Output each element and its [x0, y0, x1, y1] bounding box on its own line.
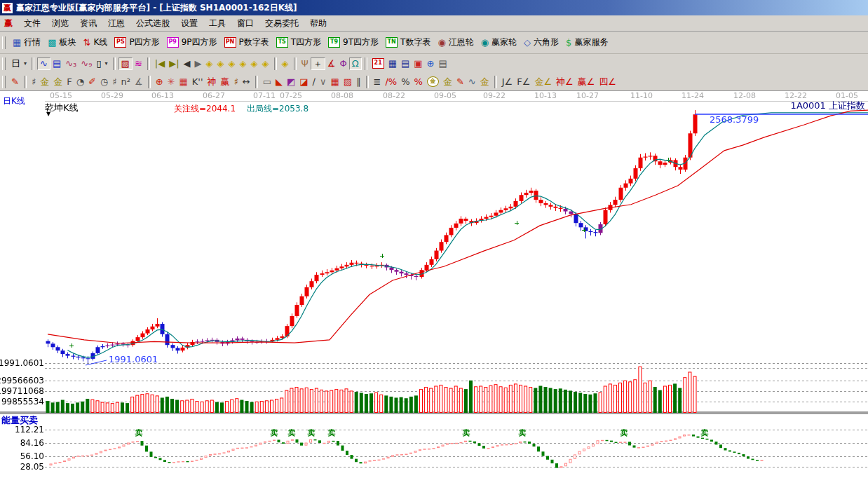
toolbar-grip[interactable] [2, 57, 6, 70]
gann-square-icon-5[interactable]: ◈ [249, 58, 260, 69]
t-square-button[interactable]: TST四方形 [273, 36, 325, 49]
menu-item-文件[interactable]: 文件 [18, 17, 46, 29]
menu-item-浏览[interactable]: 浏览 [46, 17, 74, 29]
toolbar-grip[interactable] [2, 76, 6, 88]
brain-tool-icon[interactable]: Ω [349, 57, 362, 70]
wave3-icon[interactable]: ∿₃ [63, 58, 79, 69]
menu-item-资讯[interactable]: 资讯 [74, 17, 102, 29]
toolbar-grip[interactable] [2, 36, 6, 49]
gold-line-icon[interactable]: 金 [441, 76, 454, 88]
profile-chart-icon[interactable]: ≋ [133, 58, 144, 69]
grid-red-icon[interactable]: ▦ [328, 76, 341, 88]
trend-line-icon[interactable]: ∕ [311, 76, 318, 88]
menu-item-交易委托[interactable]: 交易委托 [259, 17, 304, 29]
grid-tool-icon[interactable]: ♯ [29, 76, 38, 88]
gann-wheel-button[interactable]: ◉江恩轮 [434, 36, 477, 49]
period-day-selector-dropdown-icon[interactable]: ▾ [24, 60, 27, 67]
k-notation-icon[interactable]: K'' [190, 76, 205, 88]
marker-pen-icon[interactable]: ✐ [86, 76, 98, 88]
angle-tool-icon[interactable]: ∡ [325, 58, 338, 69]
notepad-icon[interactable]: ▤ [399, 58, 412, 69]
chevron-down-icon[interactable]: ▼ [46, 111, 50, 117]
gann-map-icon[interactable]: ▨ [118, 57, 133, 70]
percent-slash-icon[interactable]: ∕% [383, 76, 399, 88]
angle-ruler-icon[interactable]: ∡ [133, 76, 145, 88]
box-tool-icon[interactable]: ▭ [261, 76, 273, 88]
kline-button[interactable]: ⇅K线 [80, 36, 111, 49]
save-icon[interactable]: ▣ [412, 58, 424, 69]
gold-angle-icon[interactable]: 金∠ [532, 76, 554, 88]
candle-style-selector[interactable]: ▯▾ [94, 58, 109, 69]
menu-item-窗口[interactable]: 窗口 [231, 17, 259, 29]
hexagon-button[interactable]: ◇六角形 [520, 36, 562, 49]
t-number-button[interactable]: TNT数字表 [382, 36, 434, 49]
last-bar-icon[interactable]: ▶| [167, 58, 181, 69]
h-range-icon[interactable]: ↔ [240, 76, 252, 88]
j-angle-icon[interactable]: J∠ [500, 76, 515, 88]
gold-angle-icon-0[interactable]: 金 [478, 76, 491, 88]
target-tool-icon[interactable]: ⊕ [154, 76, 165, 88]
wave9-icon[interactable]: ∿₉ [79, 58, 94, 69]
scale-tool-icon[interactable]: ≣ [372, 76, 384, 88]
gann-square-icon-4[interactable]: ◈ [238, 58, 249, 69]
crosshair-tool-icon[interactable]: ＋ [311, 57, 325, 70]
f-grid-icon[interactable]: F [65, 76, 74, 88]
menu-item-帮助[interactable]: 帮助 [304, 17, 332, 29]
parallel-lines-icon[interactable]: ∥ [354, 76, 363, 88]
chart-canvas[interactable] [0, 91, 868, 478]
ying-tool-icon[interactable]: 赢 [218, 76, 231, 88]
sectors-button[interactable]: ▩板块 [44, 36, 79, 49]
print-icon[interactable]: ▤ [436, 58, 449, 69]
menu-item-设置[interactable]: 设置 [175, 17, 203, 29]
grid-arrow-icon[interactable]: ▨ [341, 76, 354, 88]
menu-item-工具[interactable]: 工具 [203, 17, 231, 29]
gann-square-icon-7[interactable]: ◈ [280, 58, 291, 69]
first-bar-icon[interactable]: |◀ [153, 58, 167, 69]
t9-square-button[interactable]: T99T四方形 [325, 36, 382, 49]
fan-box-icon[interactable]: ◩ [285, 76, 297, 88]
ruler-123-icon[interactable]: ♯ [231, 76, 240, 88]
gann-square-icon-3[interactable]: ◈ [226, 58, 238, 69]
n-square-icon[interactable]: n² [119, 76, 133, 88]
candle-style-selector-dropdown-icon[interactable]: ▾ [105, 60, 108, 67]
fan-square-icon[interactable]: ◪ [297, 76, 310, 88]
percent-line-icon[interactable]: % [412, 76, 425, 88]
calculator-icon[interactable]: ▦ [386, 58, 399, 69]
quotes-button[interactable]: ▦行情 [9, 36, 44, 49]
shen-tool-icon[interactable]: 神 [205, 76, 218, 88]
brush-tool-icon[interactable]: ✎ [9, 76, 21, 88]
menu-item-公式选股[interactable]: 公式选股 [130, 17, 175, 29]
v-line-icon[interactable]: ∨ [318, 76, 329, 88]
ying-angle-icon[interactable]: 赢∠ [576, 76, 597, 88]
title-bar[interactable]: 赢 赢家江恩专业版[赢家内部服务平台] - [上证指数 SH1A0001-162… [0, 0, 868, 15]
gann-flower-icon[interactable]: Φ [337, 58, 348, 69]
wave-lines-icon[interactable]: ∿ [466, 76, 478, 88]
gann-square-icon-6[interactable]: ◈ [260, 58, 271, 69]
time-cycle-icon[interactable]: ◷ [98, 76, 110, 88]
percent-tool-icon[interactable]: % [399, 76, 412, 88]
gold-grid-icon-1[interactable]: 金 [38, 76, 51, 88]
next-bar-icon[interactable]: ▶ [193, 58, 204, 69]
p-square-button[interactable]: PSP四方形 [111, 36, 163, 49]
notes-panel-icon[interactable]: ▤ [50, 58, 63, 69]
period-day-selector[interactable]: 日▾ [9, 58, 29, 69]
winner-wheel-button[interactable]: ◉赢家轮 [477, 36, 520, 49]
star-tool-icon[interactable]: ✳ [165, 76, 177, 88]
menu-item-江恩[interactable]: 江恩 [102, 17, 130, 29]
gann-square-icon-2[interactable]: ◈ [215, 58, 226, 69]
export-web-icon[interactable]: ⊕ [425, 58, 437, 69]
gold-grid-icon-2[interactable]: 金 [51, 76, 65, 88]
winner-service-button[interactable]: $赢家服务 [562, 36, 611, 49]
f-angle-icon[interactable]: F∠ [515, 76, 532, 88]
p9-square-button[interactable]: P99P四方形 [163, 36, 221, 49]
ink-marker-icon[interactable]: ✎ [454, 76, 466, 88]
gann-square-icon-1[interactable]: ◈ [204, 58, 215, 69]
zigzag-tool-icon[interactable]: ∿ [37, 57, 50, 70]
shen-angle-icon[interactable]: 神∠ [554, 76, 576, 88]
si-angle-icon[interactable]: 四∠ [597, 76, 618, 88]
ruler-tool-icon[interactable]: ♯ [110, 76, 118, 88]
calendar-icon[interactable]: 21 [370, 57, 386, 69]
spiral-tool-icon[interactable]: ◔ [74, 76, 86, 88]
gold-circle-icon[interactable]: 金 [425, 76, 441, 88]
fan-lines-icon[interactable]: ◣ [273, 76, 285, 88]
